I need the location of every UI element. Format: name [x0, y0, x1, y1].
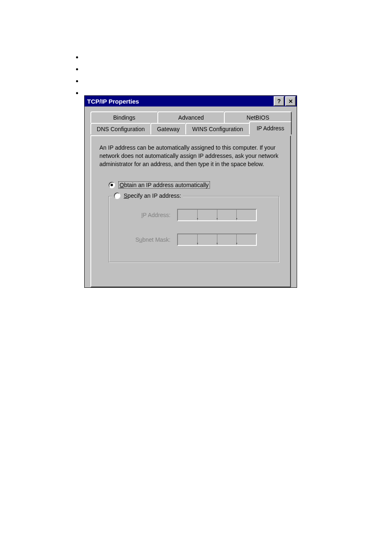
close-button[interactable]: ✕ [285, 96, 296, 106]
ip-octet[interactable] [178, 234, 198, 245]
ip-octet[interactable] [198, 210, 217, 220]
tab-label: NetBIOS [247, 114, 269, 121]
radio-obtain-automatically[interactable]: Obtain an IP address automatically [108, 181, 282, 189]
ip-octet[interactable] [198, 234, 217, 245]
window-title: TCP/IP Properties [87, 98, 139, 105]
subnet-mask-label: Subnet Mask: [125, 236, 171, 243]
tab-label: Advanced [178, 114, 204, 121]
tcpip-properties-dialog: TCP/IP Properties ? ✕ Bindings Advanced … [84, 95, 297, 288]
ip-octet[interactable] [178, 210, 198, 220]
ip-address-label: IP Address: [125, 212, 171, 218]
close-icon: ✕ [288, 98, 293, 104]
help-icon: ? [277, 98, 281, 104]
ip-octet[interactable] [237, 210, 256, 220]
radio-specify-ip[interactable]: Specify an IP address: [112, 192, 183, 199]
description-text: An IP address can be automatically assig… [99, 143, 282, 168]
help-button[interactable]: ? [274, 96, 284, 106]
tab-label: Bindings [113, 114, 135, 121]
ip-address-row: IP Address: [125, 209, 279, 221]
tab-label: DNS Configuration [97, 126, 145, 132]
tab-gateway[interactable]: Gateway [150, 123, 186, 134]
tab-label: IP Address [256, 125, 284, 132]
radio-label: Obtain an IP address automatically [118, 181, 210, 189]
radio-label: Specify an IP address: [124, 192, 181, 199]
tab-strip: Bindings Advanced NetBIOS DNS Configurat… [90, 111, 291, 135]
page-bullet-list [67, 53, 83, 100]
tab-label: Gateway [157, 126, 180, 132]
tab-advanced[interactable]: Advanced [157, 111, 225, 123]
ip-octet[interactable] [217, 210, 237, 220]
tab-ip-address[interactable]: IP Address [249, 121, 292, 134]
radio-icon [108, 182, 115, 188]
specify-ip-groupbox: Specify an IP address: IP Address: Subne… [108, 196, 279, 263]
ip-octet[interactable] [237, 234, 256, 245]
ip-octet[interactable] [217, 234, 237, 245]
tab-pane-ip-address: An IP address can be automatically assig… [90, 135, 291, 287]
ip-address-input[interactable] [177, 209, 257, 221]
tab-dns-configuration[interactable]: DNS Configuration [90, 123, 151, 134]
tab-wins-configuration[interactable]: WINS Configuration [185, 123, 250, 134]
subnet-mask-row: Subnet Mask: [125, 234, 279, 246]
tab-bindings[interactable]: Bindings [90, 111, 158, 123]
subnet-mask-input[interactable] [177, 234, 257, 246]
titlebar[interactable]: TCP/IP Properties ? ✕ [85, 96, 297, 106]
radio-icon [114, 192, 120, 199]
tab-label: WINS Configuration [192, 126, 243, 132]
